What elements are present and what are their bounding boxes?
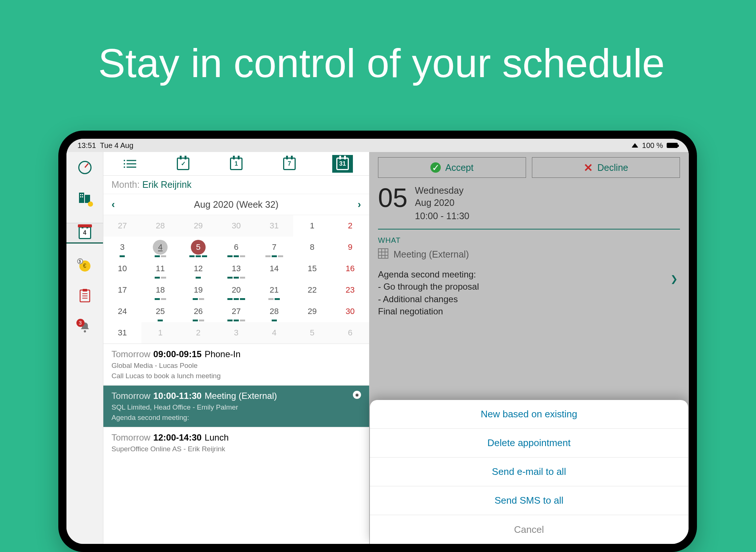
what-value: Meeting (External): [394, 249, 469, 260]
calendar-cell[interactable]: 1: [141, 322, 179, 344]
calendar-cell[interactable]: 29: [293, 301, 331, 322]
calendar-cell[interactable]: 15: [293, 258, 331, 279]
promo-headline: Stay in control of your schedule: [98, 40, 665, 87]
accept-button[interactable]: ✓ Accept: [378, 157, 526, 178]
calendar-cell[interactable]: 2: [331, 215, 369, 237]
calendar-cell[interactable]: 13: [217, 258, 255, 279]
clipboard-icon[interactable]: [79, 289, 90, 304]
calendar-cell[interactable]: 7: [255, 237, 293, 258]
decline-label: Decline: [597, 162, 628, 173]
month-label: Month:: [111, 179, 140, 190]
calendar-cell[interactable]: 4: [255, 322, 293, 344]
detail-chevron-icon[interactable]: ❯: [670, 274, 678, 284]
x-icon: ✕: [584, 161, 593, 174]
calendar-cell[interactable]: 2: [179, 322, 217, 344]
agenda-text: Agenda second meeting:- Go through the p…: [378, 268, 680, 318]
accept-label: Accept: [445, 162, 473, 173]
detail-monthyear: Aug 2020: [415, 197, 469, 209]
calendar-cell[interactable]: 11: [141, 258, 179, 279]
company-icon[interactable]: [78, 191, 92, 206]
calendar-cell[interactable]: 26: [179, 301, 217, 322]
visibility-icon: ◉: [353, 391, 361, 399]
detail-weekday: Wednesday: [415, 184, 469, 197]
calendar-cell[interactable]: 8: [293, 237, 331, 258]
calendar-cell[interactable]: 30: [331, 301, 369, 322]
calendar-cell[interactable]: 25: [141, 301, 179, 322]
month-user[interactable]: Erik Reijrink: [142, 179, 191, 190]
calendar-cell[interactable]: 27: [217, 301, 255, 322]
calendar-panel: ✓ 1 7 31 Month: Erik Reijrink ‹ Aug 2020…: [103, 152, 369, 544]
calendar-cell[interactable]: 19: [179, 279, 217, 301]
sales-icon[interactable]: € $: [79, 261, 90, 272]
calendar-cell[interactable]: 28: [255, 301, 293, 322]
calendar-cell[interactable]: 1: [293, 215, 331, 237]
sheet-sms[interactable]: Send SMS to all: [370, 486, 688, 515]
calendar-cell[interactable]: 17: [103, 279, 141, 301]
svg-rect-18: [378, 249, 388, 258]
day-view-tab[interactable]: 1: [226, 155, 247, 173]
status-bar: 13:51 Tue 4 Aug 100 %: [66, 139, 689, 152]
month-view-tab[interactable]: 31: [332, 155, 353, 173]
calendar-cell[interactable]: 6: [217, 237, 255, 258]
calendar-cell[interactable]: 21: [255, 279, 293, 301]
status-time: 13:51: [78, 141, 96, 149]
sheet-email[interactable]: Send e-mail to all: [370, 458, 688, 486]
svg-point-15: [124, 160, 125, 161]
calendar-cell[interactable]: 31: [103, 322, 141, 344]
agenda-view-tab[interactable]: ✓: [173, 155, 193, 173]
calendar-cell[interactable]: 3: [217, 322, 255, 344]
calendar-cell[interactable]: 20: [217, 279, 255, 301]
week-view-tab[interactable]: 7: [279, 155, 300, 173]
event-item[interactable]: Tomorrow12:00-14:30LunchSuperOffice Onli…: [103, 427, 369, 458]
svg-rect-4: [80, 196, 81, 197]
dashboard-icon[interactable]: [78, 161, 92, 174]
calendar-cell[interactable]: 4: [141, 237, 179, 258]
event-list: Tomorrow09:00-09:15Phone-InGlobal Media …: [103, 344, 369, 458]
event-item[interactable]: ◉Tomorrow10:00-11:30Meeting (External)SQ…: [103, 385, 369, 427]
svg-rect-2: [80, 194, 81, 195]
sheet-delete[interactable]: Delete appointment: [370, 429, 688, 458]
check-icon: ✓: [430, 162, 441, 173]
calendar-cell[interactable]: 29: [179, 215, 217, 237]
sidebar-calendar-day: 4: [83, 230, 86, 236]
calendar-cell[interactable]: 10: [103, 258, 141, 279]
detail-panel: ✓ Accept ✕ Decline 05 Wednesday Aug 2020: [369, 152, 689, 544]
calendar-cell[interactable]: 5: [293, 322, 331, 344]
svg-point-17: [124, 166, 125, 168]
prev-month-button[interactable]: ‹: [111, 199, 115, 210]
svg-rect-5: [82, 196, 83, 197]
notification-badge: 3: [76, 319, 85, 327]
calendar-cell[interactable]: 6: [331, 322, 369, 344]
detail-daynum: 05: [378, 184, 408, 211]
calendar-cell[interactable]: 9: [331, 237, 369, 258]
list-view-tab[interactable]: [120, 155, 140, 173]
decline-button[interactable]: ✕ Decline: [532, 157, 680, 178]
month-title: Aug 2020 (Week 32): [194, 199, 279, 210]
calendar-cell[interactable]: 30: [217, 215, 255, 237]
sidebar-calendar[interactable]: 4: [66, 223, 103, 244]
sheet-new[interactable]: New based on existing: [370, 400, 688, 429]
view-tabs: ✓ 1 7 31: [103, 152, 369, 176]
status-date: Tue 4 Aug: [100, 141, 133, 149]
calendar-cell[interactable]: 12: [179, 258, 217, 279]
next-month-button[interactable]: ›: [358, 199, 361, 210]
calendar-cell[interactable]: 24: [103, 301, 141, 322]
calendar-cell[interactable]: 28: [141, 215, 179, 237]
calendar-cell[interactable]: 18: [141, 279, 179, 301]
calendar-cell[interactable]: 31: [255, 215, 293, 237]
calendar-cell[interactable]: 14: [255, 258, 293, 279]
svg-point-16: [124, 163, 125, 165]
calendar-cell[interactable]: 16: [331, 258, 369, 279]
sheet-cancel[interactable]: Cancel: [370, 515, 688, 544]
svg-point-11: [84, 330, 86, 332]
calendar-cell[interactable]: 27: [103, 215, 141, 237]
action-sheet: New based on existing Delete appointment…: [370, 400, 688, 544]
calendar-cell[interactable]: 5: [179, 237, 217, 258]
calendar-cell[interactable]: 23: [331, 279, 369, 301]
event-item[interactable]: Tomorrow09:00-09:15Phone-InGlobal Media …: [103, 344, 369, 385]
notifications-icon[interactable]: 3: [79, 321, 91, 335]
wifi-icon: [632, 143, 638, 148]
calendar-cell[interactable]: 3: [103, 237, 141, 258]
calendar-cell[interactable]: 22: [293, 279, 331, 301]
detail-time: 10:00 - 11:30: [415, 210, 469, 222]
